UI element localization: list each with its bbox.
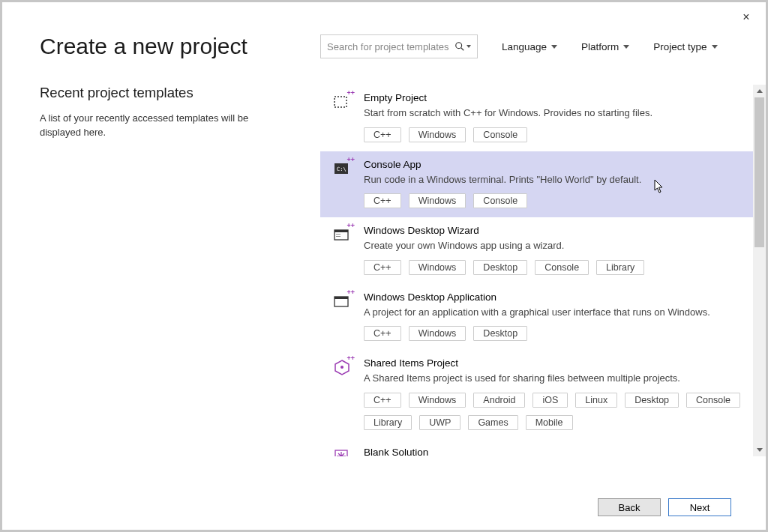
svg-rect-2 <box>334 97 346 107</box>
template-tag: Android <box>473 393 525 408</box>
template-tag: Windows <box>409 326 466 341</box>
recent-templates-title: Recent project templates <box>40 85 302 101</box>
close-button[interactable]: × <box>737 8 755 26</box>
template-tag: Windows <box>409 193 466 208</box>
template-tag: Windows <box>409 393 466 408</box>
next-button[interactable]: Next <box>668 498 731 516</box>
desktop-app-icon: ++ <box>332 291 352 311</box>
search-box[interactable] <box>320 34 478 58</box>
header: Create a new project Language Platform P… <box>2 2 766 59</box>
filter-label: Language <box>502 41 547 52</box>
svg-marker-14 <box>757 89 763 93</box>
svg-point-0 <box>456 43 462 49</box>
template-tags: C++WindowsAndroidiOSLinuxDesktopConsoleL… <box>364 393 741 430</box>
template-tag: C++ <box>364 393 401 408</box>
template-title: Blank Solution <box>364 447 741 456</box>
template-tag: Library <box>364 415 412 430</box>
svg-marker-15 <box>757 448 763 452</box>
template-tag: Console <box>473 193 527 208</box>
template-tag: Library <box>596 260 644 275</box>
template-tag: Windows <box>409 127 466 142</box>
template-title: Windows Desktop Application <box>364 291 741 303</box>
template-tag: Windows <box>409 260 466 275</box>
template-tag: iOS <box>532 393 568 408</box>
svg-point-12 <box>340 366 344 369</box>
template-tag: Desktop <box>473 326 527 341</box>
template-tag: Desktop <box>625 393 679 408</box>
template-tag: Console <box>473 127 527 142</box>
page-title: Create a new project <box>40 34 302 59</box>
template-item[interactable]: ++Windows Desktop WizardCreate your own … <box>320 217 753 284</box>
close-icon: × <box>742 10 749 24</box>
template-tag: C++ <box>364 193 401 208</box>
template-title: Console App <box>364 159 741 170</box>
template-title: Windows Desktop Wizard <box>364 225 741 236</box>
template-list: ++Empty ProjectStart from scratch with C… <box>320 85 753 456</box>
template-tags: C++WindowsDesktopConsoleLibrary <box>364 260 741 275</box>
template-title: Shared Items Project <box>364 357 741 369</box>
template-description: A project for an application with a grap… <box>364 306 741 319</box>
footer: Back Next <box>598 498 731 516</box>
search-icon[interactable] <box>454 41 471 52</box>
template-tag: C++ <box>364 326 401 341</box>
svg-line-1 <box>461 48 464 51</box>
console-app-icon: C:\++ <box>332 159 352 178</box>
template-item[interactable]: ++Empty ProjectStart from scratch with C… <box>320 85 753 151</box>
template-title: Empty Project <box>364 92 741 103</box>
filter-project-type[interactable]: Project type <box>653 41 717 52</box>
template-tag: C++ <box>364 260 401 275</box>
template-list-pane: ++Empty ProjectStart from scratch with C… <box>320 85 766 456</box>
svg-rect-8 <box>336 236 340 237</box>
template-description: Start from scratch with C++ for Windows.… <box>364 106 741 120</box>
desktop-wizard-icon: ++ <box>332 225 352 244</box>
scroll-down-button[interactable] <box>753 444 766 456</box>
search-input[interactable] <box>327 41 454 52</box>
template-tags: C++WindowsConsole <box>364 127 741 142</box>
chevron-down-icon <box>551 45 557 49</box>
template-tag: C++ <box>364 127 401 142</box>
template-tag: UWP <box>419 415 460 430</box>
template-description: Run code in a Windows terminal. Prints "… <box>364 173 741 187</box>
template-tag: Console <box>535 260 589 275</box>
template-tags: C++WindowsDesktop <box>364 326 741 341</box>
template-tags: C++WindowsConsole <box>364 193 741 208</box>
template-tag: Console <box>686 393 740 408</box>
filter-label: Project type <box>653 41 706 52</box>
svg-rect-7 <box>336 234 340 235</box>
template-tag: Games <box>468 415 518 430</box>
scrollbar[interactable] <box>753 85 766 456</box>
svg-rect-6 <box>334 230 348 232</box>
filter-label: Platform <box>581 41 619 52</box>
recent-templates-panel: Recent project templates A list of your … <box>40 85 302 456</box>
shared-items-icon: ++ <box>332 357 352 377</box>
template-description: A Shared Items project is used for shari… <box>364 372 741 385</box>
svg-rect-10 <box>334 297 348 299</box>
template-item[interactable]: Blank SolutionCreate an empty solution c… <box>320 439 753 456</box>
svg-text:C:\: C:\ <box>337 166 346 172</box>
back-button[interactable]: Back <box>598 498 661 516</box>
template-tag: Desktop <box>473 260 527 275</box>
filter-platform[interactable]: Platform <box>581 41 629 52</box>
template-item[interactable]: C:\++Console AppRun code in a Windows te… <box>320 151 753 218</box>
template-item[interactable]: ++Windows Desktop ApplicationA project f… <box>320 284 753 351</box>
template-tag: Linux <box>575 393 617 408</box>
chevron-down-icon <box>712 45 718 49</box>
empty-project-icon: ++ <box>332 92 352 112</box>
filter-language[interactable]: Language <box>502 41 557 52</box>
recent-templates-description: A list of your recently accessed templat… <box>40 112 265 140</box>
template-description: Create your own Windows app using a wiza… <box>364 239 741 253</box>
chevron-down-icon <box>623 45 629 49</box>
scroll-up-button[interactable] <box>753 85 766 97</box>
template-item[interactable]: ++Shared Items ProjectA Shared Items pro… <box>320 350 753 439</box>
blank-solution-icon <box>332 447 352 456</box>
scroll-thumb[interactable] <box>754 97 764 247</box>
template-tag: Mobile <box>526 415 573 430</box>
